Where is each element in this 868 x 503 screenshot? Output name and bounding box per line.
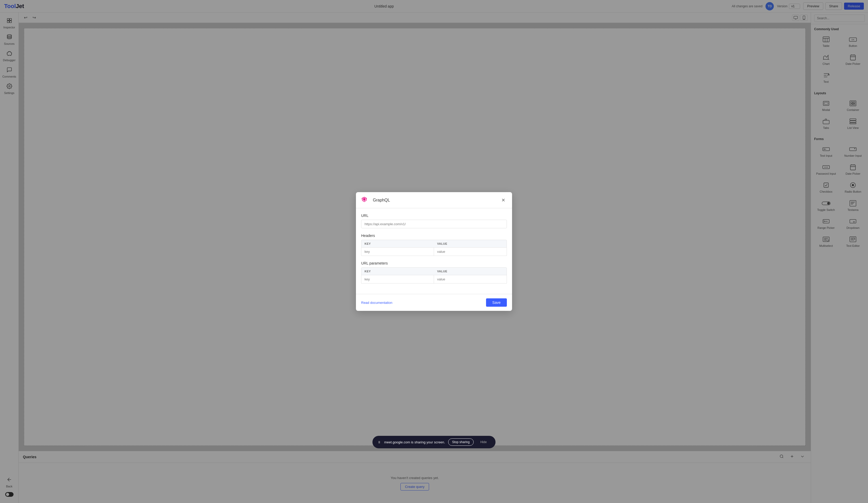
graphql-logo-icon: [361, 196, 368, 204]
modal-title-input[interactable]: [371, 197, 379, 204]
url-section: URL: [361, 213, 379, 219]
modal-header: ✕: [356, 192, 379, 208]
url-label: URL: [361, 213, 379, 218]
modal-overlay: ✕ URL Headers KEY VALUE: [0, 0, 379, 219]
graphql-modal: ✕ URL Headers KEY VALUE: [356, 192, 379, 219]
modal-body: URL Headers KEY VALUE: [356, 208, 379, 219]
